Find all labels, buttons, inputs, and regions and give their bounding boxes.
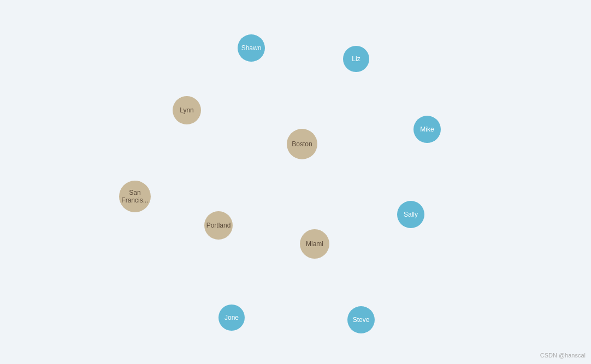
node-miami[interactable]: Miami — [300, 229, 329, 259]
node-steve[interactable]: Steve — [347, 306, 375, 333]
node-lynn[interactable]: Lynn — [173, 96, 201, 124]
node-liz[interactable]: Liz — [343, 46, 369, 72]
node-jone[interactable]: Jone — [218, 305, 245, 331]
node-boston[interactable]: Boston — [287, 129, 317, 159]
node-san-francisco[interactable]: San Francis... — [119, 181, 151, 212]
node-portland[interactable]: Portland — [204, 211, 233, 240]
node-sally[interactable]: Sally — [397, 201, 424, 228]
node-mike[interactable]: Mike — [413, 116, 441, 143]
watermark: CSDN @hanscal — [540, 352, 586, 359]
node-shawn[interactable]: Shawn — [238, 34, 265, 62]
